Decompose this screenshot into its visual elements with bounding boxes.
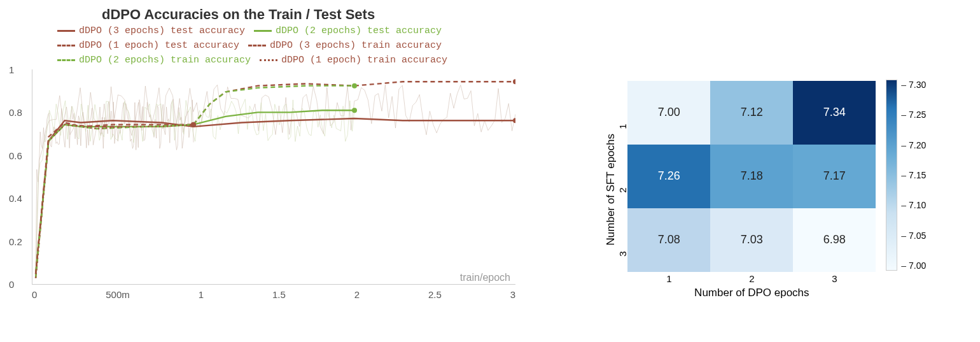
heatmap-body: 7.007.127.347.267.187.177.087.036.98 123… xyxy=(627,81,876,299)
heatmap-cell: 7.08 xyxy=(627,208,710,272)
heatmap-cell: 7.34 xyxy=(793,81,876,145)
heatmap-cell: 7.18 xyxy=(710,145,793,208)
heatmap-grid: 7.007.127.347.267.187.177.087.036.98 xyxy=(627,81,876,272)
colorbar-gradient xyxy=(886,80,897,271)
svg-point-3 xyxy=(513,79,515,84)
legend-item: dDPO (2 epochs) train accuracy xyxy=(57,55,251,66)
svg-point-0 xyxy=(513,118,515,123)
legend-item: dDPO (1 epoch) train accuracy xyxy=(260,55,447,66)
svg-point-1 xyxy=(352,108,357,113)
plot-inner xyxy=(32,69,515,285)
colorbar-ticks: 7.307.257.207.157.107.057.00 xyxy=(901,80,926,271)
legend-label: dDPO (1 epoch) train accuracy xyxy=(281,55,447,66)
legend-label: dDPO (3 epochs) train accuracy xyxy=(270,40,442,51)
heatmap-cell: 7.12 xyxy=(710,81,793,145)
chart-title: dDPO Accuracies on the Train / Test Sets xyxy=(102,6,515,23)
line-plot-area: 00.20.40.60.81 train/epoch 0500m11.522.5… xyxy=(32,69,515,305)
x-axis-label: train/epoch xyxy=(460,272,510,283)
legend-label: dDPO (2 epochs) train accuracy xyxy=(79,55,251,66)
svg-point-4 xyxy=(352,83,357,89)
legend-label: dDPO (2 epochs) test accuracy xyxy=(276,25,442,36)
svg-point-5 xyxy=(191,122,196,127)
line-svg xyxy=(32,69,515,284)
heatmap-cell: 7.00 xyxy=(627,81,710,145)
heatmap-y-ticks: 123 xyxy=(620,94,625,285)
heatmap-wrapper: Number of SFT epochs 123 7.007.127.347.2… xyxy=(605,81,876,299)
heatmap-cell: 6.98 xyxy=(793,208,876,272)
colorbar: 7.307.257.207.157.107.057.00 xyxy=(886,80,926,300)
legend-item: dDPO (1 epoch) test accuracy xyxy=(57,40,239,51)
heatmap-cell: 7.03 xyxy=(710,208,793,272)
heatmap-panel: Number of SFT epochs 123 7.007.127.347.2… xyxy=(605,6,926,300)
x-axis-ticks: 0500m11.522.53 xyxy=(32,289,515,300)
legend-item: dDPO (3 epochs) test accuracy xyxy=(57,25,245,36)
heatmap-cell: 7.17 xyxy=(793,145,876,208)
legend: dDPO (3 epochs) test accuracydDPO (2 epo… xyxy=(57,25,515,66)
y-axis-ticks: 00.20.40.60.81 xyxy=(9,69,22,285)
legend-label: dDPO (1 epoch) test accuracy xyxy=(79,40,239,51)
heatmap-x-label: Number of DPO epochs xyxy=(627,287,876,299)
heatmap-y-label: Number of SFT epochs xyxy=(605,134,617,245)
legend-item: dDPO (3 epochs) train accuracy xyxy=(248,40,442,51)
legend-item: dDPO (2 epochs) test accuracy xyxy=(254,25,442,36)
heatmap-cell: 7.26 xyxy=(627,145,710,208)
line-chart-panel: dDPO Accuracies on the Train / Test Sets… xyxy=(6,6,515,305)
heatmap-x-ticks: 123 xyxy=(627,273,876,284)
legend-label: dDPO (3 epochs) test accuracy xyxy=(79,25,245,36)
